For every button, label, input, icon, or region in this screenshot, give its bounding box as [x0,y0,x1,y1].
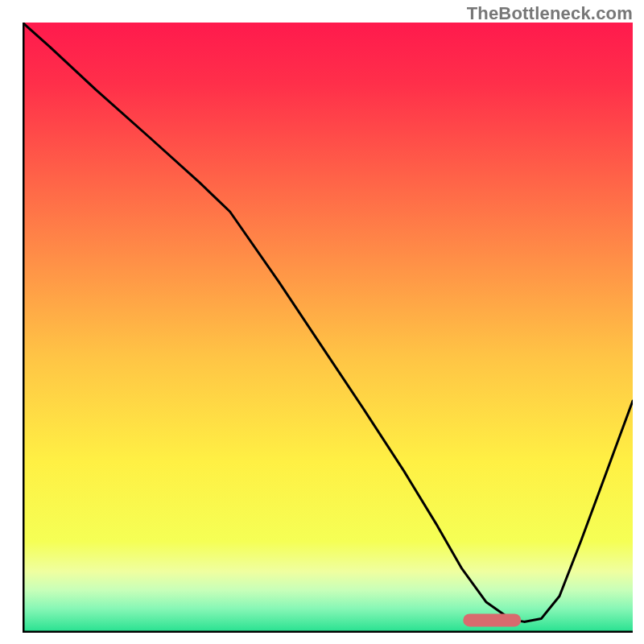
chart-container: TheBottleneck.com [0,0,644,644]
plot-overlay [23,23,633,633]
plot-area [23,23,633,633]
axes [23,23,633,633]
bottleneck-marker [463,614,521,627]
bottleneck-curve [23,23,633,621]
watermark-text: TheBottleneck.com [467,3,633,24]
